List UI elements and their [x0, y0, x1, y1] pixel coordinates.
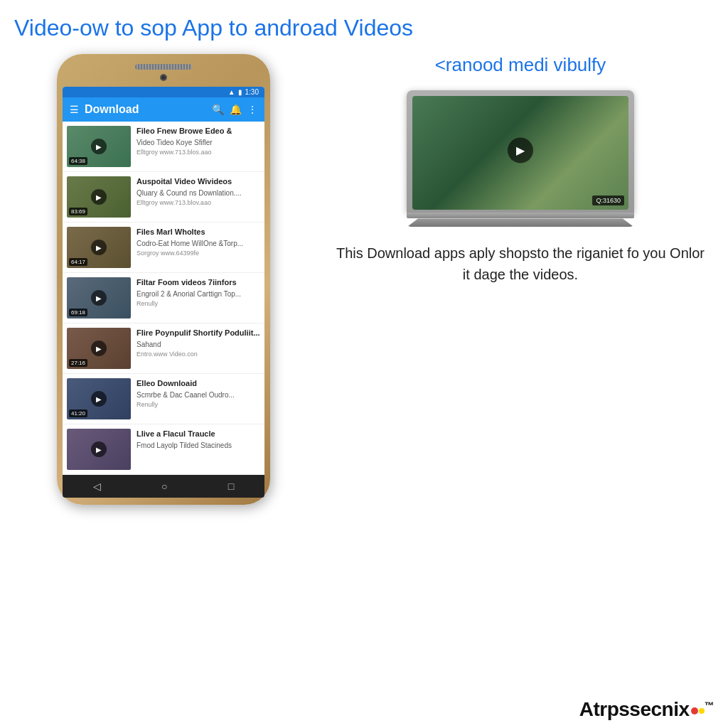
home-button[interactable]: ○: [161, 481, 167, 492]
nav-bar: ◁ ○ □: [63, 475, 264, 498]
page-title: Video-ow to sop App to androad Videos: [14, 14, 714, 41]
laptop-foot: [407, 218, 634, 227]
video-info: Llive a Flacul Traucle Fmod Layolp Tilde…: [136, 429, 260, 451]
video-thumbnail: ▶ 64:17: [67, 227, 131, 268]
video-info: Filtar Foom videos 7iinfors Engroil 2 & …: [136, 277, 260, 306]
video-subtitle: Engroil 2 & Anorial Carttign Top...: [136, 289, 260, 299]
duration-badge: 27:16: [69, 359, 87, 367]
video-list: ▶ 64:38 Fileo Fnew Browe Edeo & Video Ti…: [63, 122, 264, 475]
video-subtitle: Codro-Eat Home WillOne &Torp...: [136, 239, 260, 248]
video-info: Flire Poynpulif Shortify Poduliit... Sah…: [136, 328, 260, 357]
video-title: Flire Poynpulif Shortify Poduliit...: [136, 328, 260, 338]
clock: 1:30: [245, 88, 259, 96]
list-item[interactable]: ▶ 64:17 Files Marl Wholtes Codro-Eat Hom…: [63, 223, 264, 273]
brand-footer: Atrpssecnix™: [327, 691, 714, 721]
video-source: Sorgroy www.64399fe: [136, 250, 260, 257]
play-icon: ▶: [91, 290, 107, 306]
video-source: Elltgroy www.713.blov.aao: [136, 199, 260, 206]
duration-badge: 41:20: [69, 410, 87, 417]
phone-device: ▲ ▮ 1:30 ☰ Download 🔍 🔔 ⋮ ▶ 64:38: [57, 54, 270, 505]
recent-button[interactable]: □: [228, 481, 234, 492]
video-source: Renully: [136, 300, 260, 307]
menu-icon[interactable]: ☰: [70, 104, 79, 115]
play-icon: ▶: [91, 441, 107, 457]
play-icon: ▶: [91, 240, 107, 255]
video-info: Files Marl Wholtes Codro-Eat Home WillOn…: [136, 227, 260, 256]
video-thumbnail: ▶: [67, 429, 131, 470]
bell-icon[interactable]: 🔔: [230, 104, 242, 115]
brand-dot-yellow: [699, 708, 705, 714]
video-title: Auspoital Video Wivideos: [136, 176, 260, 186]
video-subtitle: Sahand: [136, 340, 260, 349]
phone-speaker: [135, 64, 192, 70]
brand-tm: ™: [705, 700, 714, 711]
brand-dot-red: [691, 707, 698, 714]
video-title: Elleo Downloaid: [136, 378, 260, 388]
video-title: Files Marl Wholtes: [136, 227, 260, 237]
video-thumbnail: ▶ 69:18: [67, 277, 131, 318]
video-subtitle: Scmrbe & Dac Caanel Oudro...: [136, 390, 260, 400]
list-item[interactable]: ▶ 27:16 Flire Poynpulif Shortify Podulii…: [63, 323, 264, 374]
video-subtitle: Qluary & Cound ns Downlation....: [136, 188, 260, 198]
duration-badge: 64:38: [69, 157, 87, 165]
video-subtitle: Video Tideo Koye Sfifler: [136, 138, 260, 147]
list-item[interactable]: ▶ 83:69 Auspoital Video Wivideos Qluary …: [63, 172, 264, 223]
search-icon[interactable]: 🔍: [212, 104, 224, 115]
video-source: Elltgroy www.713.blos.aao: [136, 149, 260, 156]
play-icon: ▶: [91, 341, 107, 356]
phone-camera: [160, 74, 167, 81]
video-info: Elleo Downloaid Scmrbe & Dac Caanel Oudr…: [136, 378, 260, 407]
right-panel: <ranood medi vibulfy ▶ Q:31630 This Down…: [327, 54, 714, 721]
brand-name: Atrpssecnix™: [579, 698, 714, 721]
video-source: Renully: [136, 401, 260, 408]
video-thumbnail: ▶ 83:69: [67, 176, 131, 218]
video-info: Fileo Fnew Browe Edeo & Video Tideo Koye…: [136, 126, 260, 155]
list-item[interactable]: ▶ Llive a Flacul Traucle Fmod Layolp Til…: [63, 424, 264, 475]
list-item[interactable]: ▶ 69:18 Filtar Foom videos 7iinfors Engr…: [63, 273, 264, 323]
video-thumbnail: ▶ 64:38: [67, 126, 131, 167]
play-icon: ▶: [91, 391, 107, 407]
list-item[interactable]: ▶ 64:38 Fileo Fnew Browe Edeo & Video Ti…: [63, 122, 264, 172]
back-button[interactable]: ◁: [93, 481, 101, 492]
video-source: Entro.www Video.con: [136, 350, 260, 358]
video-title: Llive a Flacul Traucle: [136, 429, 260, 439]
video-thumbnail: ▶ 41:20: [67, 378, 131, 419]
video-title: Fileo Fnew Browe Edeo &: [136, 126, 260, 136]
duration-badge: 69:18: [69, 309, 87, 316]
duration-badge: 64:17: [69, 258, 87, 266]
laptop-screen-inner: ▶ Q:31630: [412, 96, 628, 210]
video-subtitle: Fmod Layolp Tilded Stacineds: [136, 441, 260, 450]
app-bar-title: Download: [85, 103, 206, 116]
phone-mockup: ▲ ▮ 1:30 ☰ Download 🔍 🔔 ⋮ ▶ 64:38: [14, 54, 313, 721]
laptop-time-badge: Q:31630: [592, 196, 624, 205]
play-icon: ▶: [91, 189, 107, 205]
duration-badge: 83:69: [69, 208, 87, 215]
status-bar: ▲ ▮ 1:30: [63, 87, 264, 97]
more-icon[interactable]: ⋮: [247, 104, 257, 115]
video-title: Filtar Foom videos 7iinfors: [136, 277, 260, 287]
app-bar: ☰ Download 🔍 🔔 ⋮: [63, 97, 264, 122]
subtitle: <ranood medi vibulfy: [327, 54, 714, 76]
battery-icon: ▮: [238, 88, 242, 96]
phone-screen: ▲ ▮ 1:30 ☰ Download 🔍 🔔 ⋮ ▶ 64:38: [63, 87, 264, 498]
signal-icon: ▲: [228, 88, 235, 96]
description: This Download apps aply shopsto the riga…: [334, 242, 707, 285]
list-item[interactable]: ▶ 41:20 Elleo Downloaid Scmrbe & Dac Caa…: [63, 374, 264, 424]
video-info: Auspoital Video Wivideos Qluary & Cound …: [136, 176, 260, 205]
video-thumbnail: ▶ 27:16: [67, 328, 131, 369]
laptop-screen-outer: ▶ Q:31630: [407, 90, 634, 213]
laptop-container: ▶ Q:31630: [327, 90, 714, 227]
play-icon: ▶: [91, 139, 107, 154]
laptop-base: [407, 213, 634, 218]
laptop-mockup: ▶ Q:31630: [407, 90, 634, 227]
laptop-play-icon[interactable]: ▶: [508, 138, 533, 164]
